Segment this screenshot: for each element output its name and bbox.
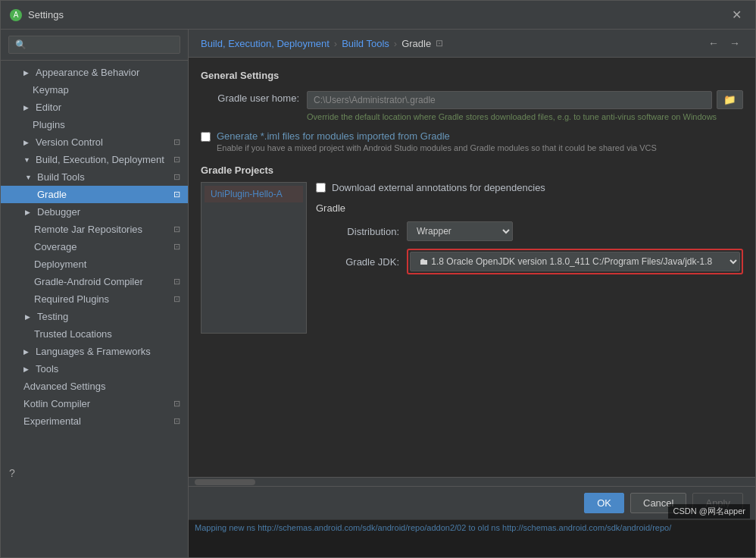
sidebar-item-label: Remote Jar Repositories (34, 224, 142, 235)
sidebar-item-build-tools[interactable]: ▼ Build Tools ⊡ (1, 168, 188, 186)
sidebar-item-kotlin[interactable]: Kotlin Compiler ⊡ (1, 395, 188, 412)
dialog-title: Settings (28, 9, 727, 20)
sidebar-item-experimental[interactable]: Experimental ⊡ (1, 412, 188, 430)
gradle-section-title: Gradle (316, 202, 743, 214)
sidebar-item-appearance[interactable]: ▶ Appearance & Behavior (1, 64, 188, 81)
download-annotations-checkbox[interactable] (316, 183, 326, 193)
sidebar-item-label: Advanced Settings (23, 381, 105, 392)
gradle-home-input-row: 📁 (307, 90, 743, 109)
help-button[interactable]: ? (9, 467, 15, 479)
gradle-home-label: Gradle user home: (201, 90, 307, 104)
search-input[interactable] (8, 36, 180, 54)
sidebar-item-plugins[interactable]: Plugins (1, 116, 188, 133)
project-item[interactable]: UniPlugin-Hello-A (205, 186, 303, 202)
sidebar-item-trusted-locations[interactable]: Trusted Locations (1, 325, 188, 343)
sidebar-item-keymap[interactable]: Keymap (1, 81, 188, 99)
search-box (1, 30, 188, 61)
sidebar-item-required-plugins[interactable]: Required Plugins ⊡ (1, 290, 188, 308)
badge-icon: ⊡ (173, 172, 180, 182)
sidebar-item-tools[interactable]: ▶ Tools (1, 360, 188, 378)
sidebar-item-gradle[interactable]: Gradle ⊡ (1, 186, 188, 203)
breadcrumb: Build, Execution, Deployment › Build Too… (189, 30, 755, 58)
sidebar-item-version-control[interactable]: ▶ Version Control ⊡ (1, 133, 188, 151)
nav-forward-button[interactable]: → (726, 36, 743, 51)
sidebar-item-gradle-android[interactable]: Gradle-Android Compiler ⊡ (1, 273, 188, 290)
gradle-jdk-label: Gradle JDK: (316, 256, 407, 268)
download-annotations-label: Download external annotations for depend… (332, 182, 545, 193)
arrow-icon: ▼ (23, 156, 33, 164)
arrow-icon: ▶ (23, 104, 33, 111)
sidebar-item-label: Keymap (33, 84, 69, 96)
sidebar-item-label: Gradle (37, 189, 67, 200)
sidebar-item-testing[interactable]: ▶ Testing (1, 308, 188, 325)
sidebar-item-label: Editor (36, 102, 61, 113)
arrow-icon: ▶ (23, 365, 33, 373)
distribution-row: Distribution: Wrapper Local installation… (316, 221, 743, 241)
log-text: Mapping new ns http://schemas.android.co… (195, 523, 671, 532)
arrow-icon: ▶ (25, 208, 34, 216)
breadcrumb-sep: › (334, 38, 337, 49)
gradle-home-folder-button[interactable]: 📁 (717, 90, 743, 109)
sidebar-item-label: Coverage (34, 241, 77, 252)
sidebar-item-build-exec-deploy[interactable]: ▼ Build, Execution, Deployment ⊡ (1, 151, 188, 168)
sidebar-item-label: Appearance & Behavior (36, 67, 139, 78)
settings-dialog: A Settings ✕ ▶ Appearance & Behavior Key… (0, 0, 756, 558)
sidebar-item-debugger[interactable]: ▶ Debugger (1, 203, 188, 221)
arrow-icon: ▶ (23, 139, 33, 146)
breadcrumb-link-tools[interactable]: Build Tools (342, 38, 389, 49)
arrow-icon: ▶ (23, 69, 33, 77)
general-settings-title: General Settings (201, 70, 743, 81)
sidebar-item-label: Testing (37, 311, 68, 322)
sidebar-item-languages[interactable]: ▶ Languages & Frameworks (1, 343, 188, 360)
gradle-jdk-select[interactable]: 🖿 1.8 Oracle OpenJDK version 1.8.0_411 C… (410, 252, 740, 271)
project-settings: Download external annotations for depend… (316, 182, 743, 334)
title-bar: A Settings ✕ (1, 1, 755, 30)
sidebar-item-label: Build Tools (37, 171, 85, 183)
gradle-home-value: 📁 Override the default location where Gr… (307, 90, 743, 121)
ok-button[interactable]: OK (584, 493, 624, 513)
badge-icon: ⊡ (173, 224, 180, 234)
generate-iml-hint: Enable if you have a mixed project with … (217, 143, 743, 152)
distribution-label: Distribution: (316, 226, 407, 237)
badge-icon: ⊡ (173, 190, 180, 199)
settings-content: General Settings Gradle user home: 📁 Ove… (189, 58, 755, 477)
breadcrumb-link-build[interactable]: Build, Execution, Deployment (201, 38, 330, 49)
sidebar-item-deployment[interactable]: Deployment (1, 255, 188, 273)
sidebar-item-label: Experimental (23, 415, 81, 427)
sidebar-item-label: Gradle-Android Compiler (34, 276, 143, 287)
sidebar-item-label: Tools (36, 363, 58, 375)
sidebar-item-label: Languages & Frameworks (36, 346, 151, 357)
watermark: CSDN @网名apper (668, 504, 750, 519)
gradle-home-input[interactable] (307, 91, 712, 109)
sidebar-item-label: Trusted Locations (34, 328, 112, 340)
arrow-icon: ▶ (23, 348, 33, 356)
gradle-projects: Gradle Projects UniPlugin-Hello-A Downlo… (201, 165, 743, 334)
scrollbar-thumb[interactable] (195, 479, 255, 485)
nav-back-button[interactable]: ← (705, 36, 722, 51)
main-panel: Build, Execution, Deployment › Build Too… (189, 30, 755, 557)
close-button[interactable]: ✕ (727, 6, 746, 24)
arrow-icon: ▼ (25, 174, 34, 181)
sidebar-item-coverage[interactable]: Coverage ⊡ (1, 238, 188, 255)
breadcrumb-sep2: › (394, 38, 397, 49)
content-area: ▶ Appearance & Behavior Keymap ▶ Editor … (1, 30, 755, 557)
sidebar-item-editor[interactable]: ▶ Editor (1, 99, 188, 116)
sidebar: ▶ Appearance & Behavior Keymap ▶ Editor … (1, 30, 189, 557)
sidebar-items: ▶ Appearance & Behavior Keymap ▶ Editor … (1, 61, 188, 557)
sidebar-item-label: Build, Execution, Deployment (36, 154, 164, 165)
sidebar-item-advanced-settings[interactable]: Advanced Settings (1, 378, 188, 395)
badge-icon: ⊡ (173, 242, 180, 252)
breadcrumb-current: Gradle (401, 38, 431, 49)
sidebar-item-remote-jar[interactable]: Remote Jar Repositories ⊡ (1, 221, 188, 238)
generate-iml-checkbox[interactable] (201, 132, 211, 142)
sidebar-item-label: Kotlin Compiler (23, 398, 90, 409)
scrollbar-area (189, 477, 755, 486)
project-list: UniPlugin-Hello-A (201, 182, 307, 334)
gradle-home-row: Gradle user home: 📁 Override the default… (201, 90, 743, 121)
sidebar-item-label: Plugins (33, 119, 65, 130)
badge-icon: ⊡ (173, 155, 180, 165)
distribution-select[interactable]: Wrapper Local installation Specified loc… (407, 221, 513, 241)
badge-icon: ⊡ (173, 277, 180, 287)
generate-iml-row: Generate *.iml files for modules importe… (201, 130, 743, 152)
breadcrumb-icon: ⊡ (436, 38, 443, 49)
